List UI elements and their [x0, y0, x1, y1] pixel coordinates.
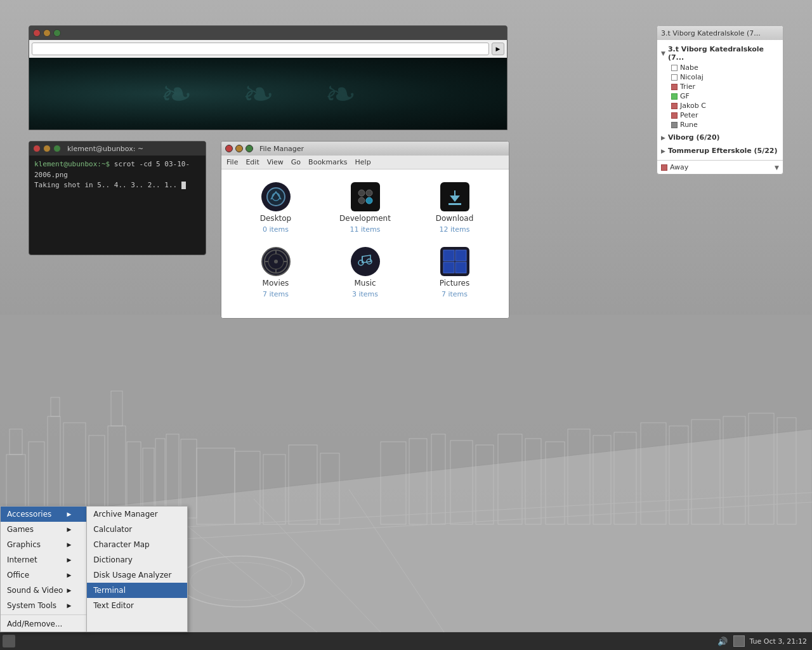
browser-url-bar[interactable] — [32, 43, 489, 55]
volume-icon[interactable]: 🔊 — [717, 635, 728, 647]
im-group-header-tommerup[interactable]: ▶ Tommerup Efterskole (5/22) — [661, 145, 779, 156]
terminal-maximize-button[interactable] — [53, 145, 61, 152]
submenu-item-calculator[interactable]: Calculator — [87, 522, 187, 537]
folder-movies-icon — [261, 247, 291, 276]
terminal-titlebar: klement@ubunbox: ~ — [29, 142, 206, 156]
svg-rect-63 — [443, 250, 454, 261]
menu-graphics-arrow: ▶ — [67, 541, 71, 548]
terminal-close-button[interactable] — [33, 145, 41, 152]
im-contact-nabe[interactable]: Nabe — [661, 63, 779, 72]
filemanager-menu-help[interactable]: Help — [355, 158, 371, 166]
svg-rect-33 — [669, 426, 688, 524]
folder-desktop[interactable]: Desktop 0 items — [234, 182, 317, 241]
taskbar-app-icon[interactable] — [3, 635, 15, 647]
menu-item-games[interactable]: Games ▶ — [1, 522, 86, 537]
filemanager-close-button[interactable] — [225, 145, 233, 152]
svg-rect-23 — [431, 434, 445, 524]
im-contact-status-nabe — [671, 65, 678, 71]
folder-pictures-count: 7 items — [442, 290, 468, 298]
svg-rect-20 — [320, 453, 339, 524]
svg-point-43 — [178, 556, 304, 607]
folder-music-icon — [351, 247, 380, 276]
filemanager-maximize-button[interactable] — [246, 145, 253, 152]
svg-point-44 — [190, 562, 292, 600]
filemanager-minimize-button[interactable] — [235, 145, 243, 152]
folder-development-name: Development — [339, 214, 391, 223]
browser-go-button[interactable]: ▶ — [492, 43, 504, 55]
taskbar-right: 🔊 Tue Oct 3, 21:12 — [717, 635, 813, 647]
folder-download-count: 12 items — [439, 225, 469, 234]
im-contact-status-jakob-c — [671, 103, 678, 109]
terminal-prompt-line: klement@ubunbox:~$ scrot -cd 5 03-10-200… — [34, 159, 200, 180]
submenu-item-archive-manager[interactable]: Archive Manager — [87, 507, 187, 522]
terminal-minimize-button[interactable] — [43, 145, 51, 152]
im-contact-peter[interactable]: Peter — [661, 110, 779, 120]
browser-toolbar: ▶ — [29, 40, 507, 58]
im-contact-jakob-c[interactable]: Jakob C — [661, 101, 779, 110]
menu-item-accessories[interactable]: Accessories ▶ — [1, 507, 86, 522]
im-group-header-viborg[interactable]: ▶ Viborg (6/20) — [661, 132, 779, 143]
svg-line-42 — [349, 489, 444, 632]
filemanager-menu-file[interactable]: File — [226, 158, 238, 166]
taskbar: 🔊 Tue Oct 3, 21:12 — [0, 632, 812, 650]
im-contact-name-rune: Rune — [680, 121, 698, 129]
svg-rect-16 — [197, 448, 235, 524]
im-status-dropdown-icon[interactable]: ▼ — [775, 164, 779, 171]
taskbar-left — [0, 635, 15, 647]
folder-download-name: Download — [436, 214, 474, 223]
svg-rect-25 — [476, 445, 494, 524]
svg-line-41 — [254, 499, 381, 632]
submenu-item-dictionary[interactable]: Dictionary — [87, 552, 187, 567]
im-contact-gf[interactable]: GF — [661, 91, 779, 101]
im-group-viborg-expand-icon: ▶ — [661, 135, 665, 141]
menu-item-graphics[interactable]: Graphics ▶ — [1, 537, 86, 552]
browser-maximize-button[interactable] — [53, 29, 61, 37]
folder-development-count: 11 items — [350, 225, 380, 234]
im-group-header-katedralskole[interactable]: ▼ 3.t Viborg Katedralskole (7... — [661, 44, 779, 63]
submenu-dictionary-label: Dictionary — [93, 555, 133, 564]
im-contact-trier[interactable]: Trier — [661, 82, 779, 91]
filemanager-menu-go[interactable]: Go — [291, 158, 301, 166]
svg-rect-31 — [614, 432, 636, 524]
svg-rect-5 — [48, 416, 60, 518]
im-contact-rune[interactable]: Rune — [661, 120, 779, 129]
submenu-item-disk-usage[interactable]: Disk Usage Analyzer — [87, 567, 187, 583]
folder-development[interactable]: Development 11 items — [324, 182, 407, 241]
svg-rect-26 — [498, 434, 522, 524]
submenu-item-character-map[interactable]: Character Map — [87, 537, 187, 552]
menu-item-sound-video[interactable]: Sound & Video ▶ — [1, 583, 86, 598]
im-contact-status-nicolaj — [671, 74, 678, 81]
folder-download[interactable]: Download 12 items — [413, 182, 496, 241]
browser-minimize-button[interactable] — [43, 29, 51, 37]
menu-item-office[interactable]: Office ▶ — [1, 567, 86, 583]
im-group-expand-icon: ▼ — [661, 50, 665, 56]
terminal-body[interactable]: klement@ubunbox:~$ scrot -cd 5 03-10-200… — [29, 156, 206, 195]
folder-desktop-name: Desktop — [260, 214, 292, 223]
menu-item-system-tools[interactable]: System Tools ▶ — [1, 598, 86, 613]
menu-item-internet[interactable]: Internet ▶ — [1, 552, 86, 567]
svg-rect-28 — [546, 442, 565, 524]
submenu-item-text-editor[interactable]: Text Editor — [87, 598, 187, 613]
folder-pictures-icon — [440, 247, 469, 276]
folder-music[interactable]: Music 3 items — [324, 247, 407, 305]
folder-development-icon — [351, 182, 380, 211]
svg-point-58 — [274, 260, 278, 263]
im-group-viborg-name: Viborg (6/20) — [668, 133, 720, 142]
filemanager-menu-view[interactable]: View — [267, 158, 284, 166]
browser-close-button[interactable] — [33, 29, 41, 37]
terminal-window: klement@ubunbox: ~ klement@ubunbox:~$ sc… — [29, 141, 206, 255]
submenu-item-terminal[interactable]: Terminal — [87, 583, 187, 598]
im-contact-nicolaj[interactable]: Nicolaj — [661, 72, 779, 82]
filemanager-menu-edit[interactable]: Edit — [246, 158, 259, 166]
im-status-bar[interactable]: Away ▼ — [657, 160, 783, 174]
menu-item-add-remove[interactable]: Add/Remove... — [1, 616, 86, 632]
folder-movies[interactable]: Movies 7 items — [234, 247, 317, 305]
folder-pictures[interactable]: Pictures 7 items — [413, 247, 496, 305]
filemanager-content: Desktop 0 items Development 11 items — [221, 169, 509, 318]
svg-rect-35 — [723, 416, 745, 524]
filemanager-menu-bookmarks[interactable]: Bookmarks — [308, 158, 347, 166]
svg-point-50 — [358, 197, 365, 204]
im-contact-status-trier — [671, 84, 678, 90]
menu-system-tools-arrow: ▶ — [67, 602, 71, 609]
browser-content — [29, 58, 507, 129]
